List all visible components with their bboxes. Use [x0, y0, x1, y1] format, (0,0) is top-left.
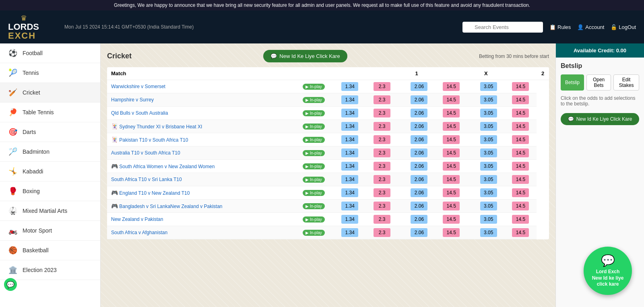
lay2-cell[interactable]: 14.5 [505, 107, 537, 120]
layx-cell[interactable]: 14.5 [435, 120, 467, 133]
layx-odds[interactable]: 14.5 [443, 148, 460, 157]
betslip-new-id-button[interactable]: 💬 New Id Ke Liye Click Kare [561, 113, 639, 125]
lay2-cell[interactable]: 14.5 [505, 186, 537, 200]
layx-odds[interactable]: 14.5 [443, 188, 460, 197]
match-link[interactable]: Hampshire v Surrey [111, 97, 154, 103]
lay1-cell[interactable]: 2.3 [366, 173, 398, 186]
back1-cell[interactable]: 1.34 [334, 200, 366, 213]
back1-odds[interactable]: 1.34 [341, 228, 358, 237]
lay2-cell[interactable]: 14.5 [505, 160, 537, 173]
back1-odds[interactable]: 1.34 [341, 82, 358, 91]
lay2-odds[interactable]: 14.5 [512, 228, 529, 237]
layx-cell[interactable]: 14.5 [435, 80, 467, 93]
lay1-odds[interactable]: 2.3 [374, 148, 390, 157]
backx-cell[interactable]: 2.06 [403, 93, 436, 107]
lay1-odds[interactable]: 2.3 [374, 95, 390, 104]
lay2-cell[interactable]: 14.5 [505, 226, 537, 239]
lay1-cell[interactable]: 2.3 [366, 80, 398, 93]
layx-cell[interactable]: 14.5 [435, 226, 467, 239]
layx-odds[interactable]: 14.5 [443, 95, 460, 104]
back1-odds[interactable]: 1.34 [341, 215, 358, 224]
lay1-odds[interactable]: 2.3 [374, 82, 390, 91]
lay1-odds[interactable]: 2.3 [374, 175, 390, 184]
lay2-odds[interactable]: 14.5 [512, 82, 529, 91]
backx-cell[interactable]: 2.06 [403, 160, 436, 173]
backx-odds[interactable]: 2.06 [411, 228, 427, 237]
backx-odds[interactable]: 2.06 [411, 202, 427, 210]
layx-cell[interactable]: 14.5 [435, 160, 467, 173]
back1-odds[interactable]: 1.34 [341, 109, 358, 117]
backx-odds[interactable]: 2.06 [411, 122, 427, 131]
lay2-odds[interactable]: 14.5 [512, 135, 529, 144]
back1-cell[interactable]: 1.34 [334, 107, 366, 120]
backx-cell[interactable]: 2.06 [403, 107, 436, 120]
match-link[interactable]: Warwickshire v Somerset [111, 84, 165, 89]
backx-odds[interactable]: 2.06 [411, 109, 427, 117]
back1-odds[interactable]: 1.34 [341, 148, 358, 157]
back1-odds[interactable]: 1.34 [341, 188, 358, 197]
lay2-cell[interactable]: 14.5 [505, 80, 537, 93]
sidebar-item-election-2023[interactable]: 🏛️ Election 2023 [0, 260, 100, 280]
layx-cell[interactable]: 14.5 [435, 200, 467, 213]
logout-link[interactable]: 🔓 LogOut [611, 24, 636, 30]
backx-odds[interactable]: 2.06 [411, 175, 427, 184]
new-id-button[interactable]: 💬 New Id Ke Liye Click Kare [263, 50, 347, 62]
back1-cell[interactable]: 1.34 [334, 146, 366, 160]
sidebar-item-badminton[interactable]: 🏸 Badminton [0, 142, 100, 162]
lay1-cell[interactable]: 2.3 [366, 107, 398, 120]
lay1-cell[interactable]: 2.3 [366, 160, 398, 173]
lay2-odds[interactable]: 14.5 [512, 175, 529, 184]
layx-odds[interactable]: 14.5 [443, 215, 460, 224]
back2-odds[interactable]: 3.05 [480, 109, 497, 117]
layx-odds[interactable]: 14.5 [443, 175, 460, 184]
tab-open-bets[interactable]: Open Bets [586, 74, 611, 91]
back2-cell[interactable]: 3.05 [473, 80, 505, 93]
lay1-odds[interactable]: 2.3 [374, 109, 390, 117]
back2-cell[interactable]: 3.05 [473, 173, 505, 186]
back2-odds[interactable]: 3.05 [480, 188, 497, 197]
sidebar-item-mixed-martial-arts[interactable]: 🥋 Mixed Martial Arts [0, 201, 100, 221]
backx-odds[interactable]: 2.06 [411, 162, 427, 171]
lay2-cell[interactable]: 14.5 [505, 120, 537, 133]
lay2-cell[interactable]: 14.5 [505, 146, 537, 160]
backx-cell[interactable]: 2.06 [403, 146, 436, 160]
match-link[interactable]: Pakistan T10 v South Africa T10 [119, 137, 188, 143]
lay2-cell[interactable]: 14.5 [505, 133, 537, 146]
back1-odds[interactable]: 1.34 [341, 162, 358, 171]
match-link[interactable]: South Africa Women v New Zealand Women [119, 164, 215, 169]
lay1-odds[interactable]: 2.3 [374, 228, 390, 237]
tab-edit-stakes[interactable]: Edit Stakes [613, 74, 639, 91]
sidebar-item-football[interactable]: ⚽ Football [0, 43, 100, 63]
back2-odds[interactable]: 3.05 [480, 122, 497, 131]
match-link[interactable]: Bangladesh v Sri LankaNew Zealand v Paki… [119, 204, 222, 209]
sidebar-whatsapp-icon[interactable]: 💬 [4, 278, 17, 291]
lay1-cell[interactable]: 2.3 [366, 186, 398, 200]
lay2-odds[interactable]: 14.5 [512, 215, 529, 224]
lay2-odds[interactable]: 14.5 [512, 148, 529, 157]
sidebar-item-darts[interactable]: 🎯 Darts [0, 122, 100, 142]
lay2-odds[interactable]: 14.5 [512, 122, 529, 131]
rules-link[interactable]: 📋 Rules [549, 24, 571, 30]
lay1-cell[interactable]: 2.3 [366, 146, 398, 160]
back1-odds[interactable]: 1.34 [341, 175, 358, 184]
back1-cell[interactable]: 1.34 [334, 213, 366, 226]
backx-cell[interactable]: 2.06 [403, 200, 436, 213]
back1-cell[interactable]: 1.34 [334, 93, 366, 107]
sidebar-item-cricket[interactable]: 🏏 Cricket [0, 83, 100, 103]
sidebar-item-kabaddi[interactable]: 🤸 Kabaddi [0, 162, 100, 181]
layx-cell[interactable]: 14.5 [435, 107, 467, 120]
back1-cell[interactable]: 1.34 [334, 186, 366, 200]
back1-cell[interactable]: 1.34 [334, 173, 366, 186]
lay2-odds[interactable]: 14.5 [512, 95, 529, 104]
layx-cell[interactable]: 14.5 [435, 93, 467, 107]
backx-cell[interactable]: 2.06 [403, 173, 436, 186]
lay1-odds[interactable]: 2.3 [374, 202, 390, 210]
backx-odds[interactable]: 2.06 [411, 215, 427, 224]
tab-betslip[interactable]: Betslip [561, 74, 584, 91]
back1-cell[interactable]: 1.34 [334, 226, 366, 239]
lay1-cell[interactable]: 2.3 [366, 213, 398, 226]
layx-odds[interactable]: 14.5 [443, 109, 460, 117]
layx-odds[interactable]: 14.5 [443, 228, 460, 237]
lay1-odds[interactable]: 2.3 [374, 215, 390, 224]
lay1-odds[interactable]: 2.3 [374, 162, 390, 171]
